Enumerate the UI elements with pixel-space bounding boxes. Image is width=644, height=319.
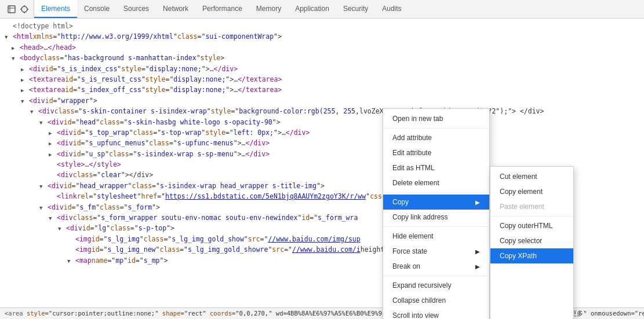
code-line[interactable]: <div id="wrapper">: [0, 96, 644, 106]
expand-arrow[interactable]: [30, 106, 37, 116]
code-line[interactable]: <html xmlns="http://www.w3.org/1999/xhtm…: [0, 31, 644, 42]
menu-copy[interactable]: Copy ▶: [383, 195, 489, 210]
submenu-arrow-icon: ▶: [475, 199, 480, 206]
tab-elements[interactable]: Elements: [34, 0, 77, 18]
submenu-arrow-icon: ▶: [475, 263, 480, 270]
menu-collapse-children[interactable]: Collapse children: [383, 293, 489, 308]
expand-arrow[interactable]: [39, 117, 46, 127]
code-line[interactable]: <textarea id="s_index_off_css" style="di…: [0, 85, 644, 95]
tab-bar: Elements Console Sources Network Perform…: [0, 0, 644, 19]
expand-arrow[interactable]: [39, 181, 46, 191]
expand-arrow[interactable]: [67, 255, 74, 266]
menu-add-attribute[interactable]: Add attribute: [383, 130, 489, 145]
expand-arrow[interactable]: [12, 42, 19, 53]
expand-arrow[interactable]: [21, 64, 28, 74]
menu-edit-as-html[interactable]: Edit as HTML: [383, 160, 489, 175]
menu-separator: [383, 226, 489, 227]
expand-arrow[interactable]: [39, 202, 46, 212]
submenu-copy-element[interactable]: Copy element: [490, 184, 573, 199]
svg-rect-0: [8, 6, 15, 13]
submenu-arrow-icon: ▶: [475, 248, 480, 255]
context-menu-overlay: Open in new tab Add attribute Edit attri…: [383, 108, 574, 319]
menu-edit-attribute[interactable]: Edit attribute: [383, 145, 489, 160]
expand-arrow[interactable]: [49, 212, 56, 223]
tab-network[interactable]: Network: [156, 0, 195, 18]
submenu-copy-outerhtml[interactable]: Copy outerHTML: [490, 218, 573, 233]
tab-performance[interactable]: Performance: [195, 0, 249, 18]
expand-arrow[interactable]: [21, 96, 28, 106]
code-line[interactable]: <head>…</head>: [0, 42, 644, 53]
menu-separator: [383, 192, 489, 193]
main-content: <!doctype html> <html xmlns="http://www.…: [0, 19, 644, 319]
tab-audits[interactable]: Audits: [375, 0, 408, 18]
expand-arrow[interactable]: [21, 74, 28, 85]
expand-arrow[interactable]: [49, 138, 56, 148]
tab-console[interactable]: Console: [77, 0, 117, 18]
expand-arrow[interactable]: [58, 223, 65, 233]
menu-force-state[interactable]: Force state ▶: [383, 244, 489, 259]
cursor-icon[interactable]: [7, 5, 16, 14]
menu-scroll-into-view[interactable]: Scroll into view: [383, 308, 489, 319]
tab-application[interactable]: Application: [288, 0, 336, 18]
submenu-paste-element: Paste element: [490, 199, 573, 214]
expand-arrow[interactable]: [49, 127, 56, 138]
submenu-copy-xpath[interactable]: Copy XPath: [490, 248, 573, 263]
menu-expand-recursively[interactable]: Expand recursively: [383, 278, 489, 293]
code-line[interactable]: <!doctype html>: [0, 21, 644, 31]
tab-security[interactable]: Security: [336, 0, 375, 18]
expand-arrow[interactable]: [12, 53, 19, 63]
menu-separator: [490, 216, 573, 217]
context-menu: Open in new tab Add attribute Edit attri…: [383, 108, 490, 319]
expand-arrow[interactable]: [21, 85, 28, 95]
code-line[interactable]: <div id="s_is_index_css" style="display:…: [0, 64, 644, 74]
tab-memory[interactable]: Memory: [249, 0, 288, 18]
expand-arrow[interactable]: [5, 31, 12, 42]
copy-submenu: Cut element Copy element Paste element C…: [490, 166, 574, 319]
menu-open-new-tab[interactable]: Open in new tab: [383, 111, 489, 126]
devtools-icons: [2, 0, 34, 18]
submenu-copy-selector[interactable]: Copy selector: [490, 233, 573, 248]
inspect-icon[interactable]: [20, 5, 29, 14]
tab-sources[interactable]: Sources: [117, 0, 156, 18]
code-line[interactable]: <body class=" has-background s-manhattan…: [0, 53, 644, 63]
svg-point-3: [21, 6, 27, 12]
code-line[interactable]: <textarea id="s_is_result_css" style="di…: [0, 74, 644, 85]
menu-copy-link-address[interactable]: Copy link address: [383, 210, 489, 225]
menu-separator: [383, 128, 489, 129]
menu-separator: [383, 276, 489, 276]
menu-break-on[interactable]: Break on ▶: [383, 259, 489, 274]
submenu-cut-element[interactable]: Cut element: [490, 169, 573, 184]
expand-arrow[interactable]: [49, 149, 56, 159]
menu-delete-element[interactable]: Delete element: [383, 175, 489, 190]
menu-hide-element[interactable]: Hide element: [383, 229, 489, 244]
